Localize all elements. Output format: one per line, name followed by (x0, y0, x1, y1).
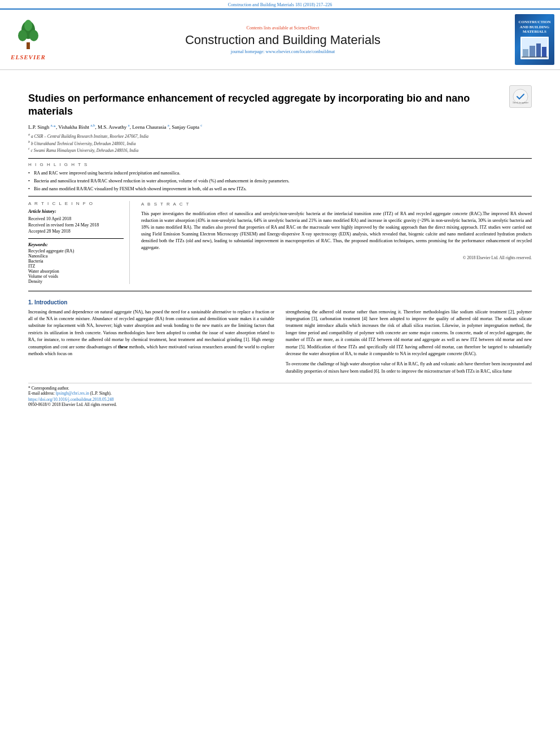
main-content: Studies on performance enhancement of re… (0, 70, 560, 416)
keyword: Density (28, 279, 124, 284)
journal-homepage: journal homepage: www.elsevier.com/locat… (55, 49, 510, 54)
introduction-heading: 1. Introduction (28, 299, 532, 305)
affiliations: a a CSIR – Central Building Research Ins… (28, 132, 532, 154)
cover-thumbnail (520, 37, 549, 59)
article-info-label: A R T I C L E I N F O (28, 201, 124, 206)
issn-text: 0950-0618/© 2018 Elsevier Ltd. All right… (28, 402, 532, 407)
footnote-section: * Corresponding author. E-mail address: … (28, 383, 532, 407)
elsevier-text: ELSEVIER (11, 54, 46, 60)
check-updates-badge: Check for updates (509, 85, 532, 108)
svg-point-2 (18, 30, 27, 41)
cover-title: Constructionand BuildingMATERIALS (518, 20, 550, 34)
revised-date: Received in revised form 24 May 2018 (28, 222, 124, 228)
intro-col2: strengthening the adhered old mortar rat… (286, 309, 532, 379)
highlights-label: H I G H L I G H T S (28, 162, 532, 167)
elsevier-tree-icon (11, 19, 45, 53)
article-title: Studies on performance enhancement of re… (28, 92, 505, 119)
svg-rect-0 (27, 42, 30, 49)
journal-title: Construction and Building Materials (55, 33, 510, 47)
highlight-item: RA and RAC were improved using bacteria … (28, 170, 532, 176)
abstract-section: A B S T R A C T This paper investigates … (141, 201, 532, 284)
highlights-list: RA and RAC were improved using bacteria … (28, 170, 532, 193)
keyword: Volume of voids (28, 274, 124, 279)
accepted-date: Accepted 28 May 2018 (28, 229, 124, 234)
keyword: Recycled aggregate (RA) (28, 248, 124, 254)
svg-point-3 (29, 30, 38, 41)
introduction-body: Increasing demand and dependence on natu… (28, 309, 532, 379)
email-footnote: E-mail address: lpsingh@cbri.res.in (L.P… (28, 391, 532, 396)
journal-citation-bar: Construction and Building Materials 181 … (0, 0, 560, 8)
elsevier-logo: ELSEVIER (6, 19, 51, 60)
divider-1 (28, 158, 532, 159)
intro-col1: Increasing demand and dependence on natu… (28, 309, 274, 379)
sciencedirect-link: Contents lists available at ScienceDirec… (55, 25, 510, 30)
svg-rect-6 (523, 49, 528, 57)
article-info-section: A R T I C L E I N F O Article history: R… (28, 201, 130, 284)
keyword: ITZ (28, 264, 124, 269)
journal-header: ELSEVIER Contents lists available at Sci… (0, 8, 560, 70)
highlight-item: Bacteria and nanosilica treated RA/RAC s… (28, 178, 532, 184)
journal-cover-image: Constructionand BuildingMATERIALS (515, 14, 554, 65)
keyword: Bacteria (28, 259, 124, 264)
copyright-text: © 2018 Elsevier Ltd. All rights reserved… (141, 255, 532, 261)
svg-rect-9 (542, 47, 546, 57)
keywords-label: Keywords: (28, 242, 48, 247)
article-history-label: Article history: (28, 209, 124, 214)
highlight-item: Bio and nano modified RA/RAC visualized … (28, 186, 532, 192)
kw-divider (28, 238, 124, 239)
journal-citation-text: Construction and Building Materials 181 … (228, 2, 332, 7)
divider-3 (28, 291, 532, 291)
intro-col2-para2: To overcome the challenge of high water … (286, 361, 532, 375)
affil-b: b b Uttarakhand Technical University, De… (28, 139, 532, 147)
affil-c: c c Swami Rama Himalayan University, Deh… (28, 146, 532, 154)
intro-col2-para1: strengthening the adhered old mortar rat… (286, 309, 532, 358)
abstract-label: A B S T R A C T (141, 201, 532, 208)
authors: L.P. Singh a,*, Vishakha Bisht a,b, M.S.… (28, 123, 532, 130)
corresponding-footnote: * Corresponding author. (28, 386, 532, 391)
affil-a: a a CSIR – Central Building Research Ins… (28, 132, 532, 139)
introduction-section: 1. Introduction Increasing demand and de… (28, 299, 532, 379)
svg-rect-8 (536, 43, 541, 57)
header-center: Contents lists available at ScienceDirec… (55, 25, 510, 54)
intro-col1-para1: Increasing demand and dependence on natu… (28, 309, 274, 358)
article-info-abstract: A R T I C L E I N F O Article history: R… (28, 201, 532, 284)
keywords-list: Recycled aggregate (RA) Nanosilica Bacte… (28, 248, 124, 284)
svg-text:Check for updates: Check for updates (513, 101, 528, 104)
svg-rect-7 (530, 46, 535, 57)
received-date: Received 10 April 2018 (28, 216, 124, 221)
keywords-section: Keywords: Recycled aggregate (RA) Nanosi… (28, 238, 124, 284)
doi-link[interactable]: https://doi.org/10.1016/j.conbuildmat.20… (28, 397, 532, 402)
abstract-text: This paper investigates the modification… (141, 211, 532, 251)
keyword: Nanosilica (28, 254, 124, 259)
svg-point-4 (24, 20, 32, 31)
divider-2 (28, 196, 532, 196)
keyword: Water absorption (28, 269, 124, 274)
